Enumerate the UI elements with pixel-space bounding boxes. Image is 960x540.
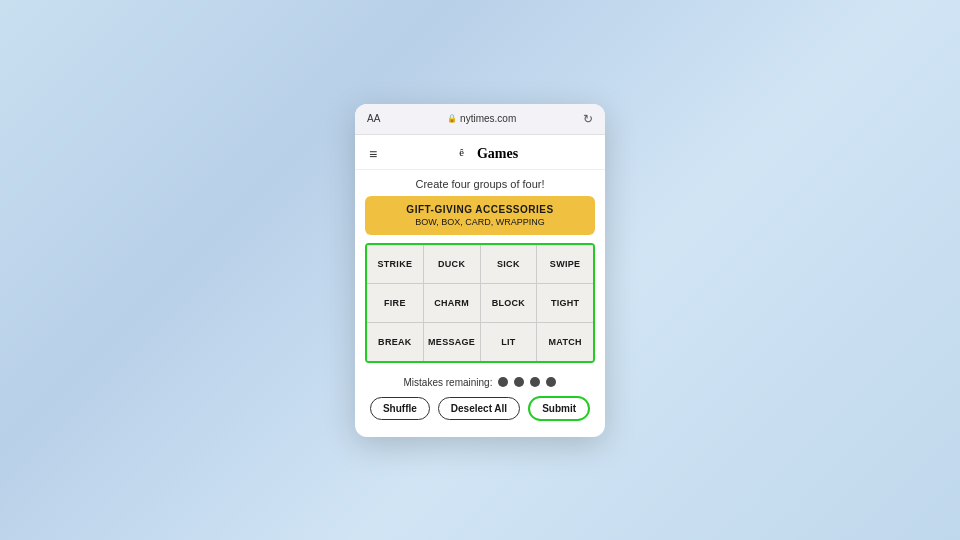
page-content: ≡ ê Games Create four groups of four! GI… <box>355 135 605 421</box>
grid-cell[interactable]: STRIKE <box>367 245 423 283</box>
logo-area: ê Games <box>385 145 591 163</box>
mistake-dot-1 <box>498 377 508 387</box>
shuffle-button[interactable]: Shuffle <box>370 397 430 420</box>
mistake-dot-2 <box>514 377 524 387</box>
action-buttons: Shuffle Deselect All Submit <box>355 396 605 421</box>
phone-frame: AA nytimes.com ↻ ≡ ê Games Create four g… <box>355 104 605 437</box>
word-grid-container: STRIKEDUCKSICKSWIPEFIRECHARMBLOCKTIGHTBR… <box>365 243 595 363</box>
refresh-icon[interactable]: ↻ <box>583 112 593 126</box>
grid-cell[interactable]: SICK <box>481 245 537 283</box>
page-subtitle: Create four groups of four! <box>355 170 605 196</box>
category-banner: GIFT-GIVING ACCESSORIES BOW, BOX, CARD, … <box>365 196 595 235</box>
grid-cell[interactable]: MESSAGE <box>424 323 480 361</box>
grid-cell[interactable]: BLOCK <box>481 284 537 322</box>
grid-cell[interactable]: TIGHT <box>537 284 593 322</box>
mistakes-label: Mistakes remaining: <box>404 377 493 388</box>
menu-icon[interactable]: ≡ <box>369 146 377 162</box>
grid-cell[interactable]: CHARM <box>424 284 480 322</box>
deselect-all-button[interactable]: Deselect All <box>438 397 520 420</box>
word-grid: STRIKEDUCKSICKSWIPEFIRECHARMBLOCKTIGHTBR… <box>367 245 593 361</box>
grid-cell[interactable]: DUCK <box>424 245 480 283</box>
games-title: Games <box>477 146 518 162</box>
mistakes-row: Mistakes remaining: <box>355 371 605 396</box>
grid-cell[interactable]: BREAK <box>367 323 423 361</box>
grid-cell[interactable]: FIRE <box>367 284 423 322</box>
nyt-logo-icon: ê <box>458 145 472 163</box>
browser-url[interactable]: nytimes.com <box>447 113 516 124</box>
grid-cell[interactable]: LIT <box>481 323 537 361</box>
grid-cell[interactable]: MATCH <box>537 323 593 361</box>
grid-cell[interactable]: SWIPE <box>537 245 593 283</box>
category-title: GIFT-GIVING ACCESSORIES <box>375 204 585 215</box>
submit-button[interactable]: Submit <box>528 396 590 421</box>
browser-aa[interactable]: AA <box>367 113 380 124</box>
browser-bar: AA nytimes.com ↻ <box>355 104 605 135</box>
svg-text:ê: ê <box>459 146 464 157</box>
mistake-dot-4 <box>546 377 556 387</box>
mistake-dot-3 <box>530 377 540 387</box>
top-bar: ≡ ê Games <box>355 135 605 170</box>
category-words: BOW, BOX, CARD, WRAPPING <box>375 217 585 227</box>
